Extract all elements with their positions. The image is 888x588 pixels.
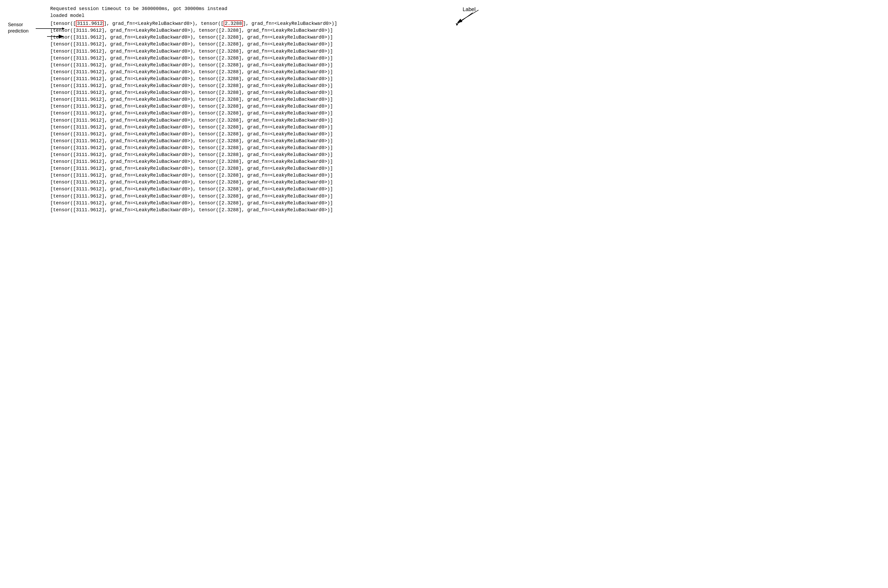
data-row: [tensor([3111.9612], grad_fn=<LeakyReluB… — [50, 55, 880, 62]
data-row: [tensor([3111.9612], grad_fn=<LeakyReluB… — [50, 103, 880, 110]
data-row: [tensor([3111.9612], grad_fn=<LeakyReluB… — [50, 151, 880, 158]
data-row: [tensor([3111.9612], grad_fn=<LeakyReluB… — [50, 89, 880, 96]
data-row: [tensor([3111.9612], grad_fn=<LeakyReluB… — [50, 193, 880, 200]
data-row: [tensor([3111.9612], grad_fn=<LeakyReluB… — [50, 179, 880, 186]
header-section: Requested session timeout to be 3600000m… — [8, 5, 880, 19]
prediction-value-highlight: 3111.9612 — [76, 20, 104, 27]
data-rows-container: [tensor([3111.9612], grad_fn=<LeakyReluB… — [8, 20, 880, 213]
data-row: [tensor([3111.9612], grad_fn=<LeakyReluB… — [50, 48, 880, 55]
main-container: Requested session timeout to be 3600000m… — [8, 5, 880, 213]
content-area: Sensorprediction Label [tensor([3111.961… — [8, 20, 880, 213]
data-row: [tensor([3111.9612], grad_fn=<LeakyReluB… — [50, 172, 880, 179]
data-row: [tensor([3111.9612], grad_fn=<LeakyReluB… — [50, 117, 880, 124]
data-row: [tensor([3111.9612], grad_fn=<LeakyReluB… — [50, 207, 880, 213]
data-row: [tensor([3111.9612], grad_fn=<LeakyReluB… — [50, 165, 880, 172]
data-row: [tensor([3111.9612], grad_fn=<LeakyReluB… — [50, 82, 880, 89]
label-annotation: Label — [463, 6, 476, 12]
data-row-first: [tensor([3111.9612], grad_fn=<LeakyReluB… — [50, 20, 880, 27]
data-row: [tensor([3111.9612], grad_fn=<LeakyReluB… — [50, 27, 880, 34]
data-row: [tensor([3111.9612], grad_fn=<LeakyReluB… — [50, 144, 880, 151]
label-value-highlight: 2.3288 — [224, 20, 243, 27]
data-row: [tensor([3111.9612], grad_fn=<LeakyReluB… — [50, 69, 880, 75]
sensor-prediction-label: Sensorprediction — [8, 22, 28, 34]
data-row: [tensor([3111.9612], grad_fn=<LeakyReluB… — [50, 158, 880, 165]
data-row: [tensor([3111.9612], grad_fn=<LeakyReluB… — [50, 96, 880, 103]
data-row: [tensor([3111.9612], grad_fn=<LeakyReluB… — [50, 41, 880, 48]
data-row: [tensor([3111.9612], grad_fn=<LeakyReluB… — [50, 75, 880, 82]
data-row: [tensor([3111.9612], grad_fn=<LeakyReluB… — [50, 34, 880, 41]
data-row: [tensor([3111.9612], grad_fn=<LeakyReluB… — [50, 200, 880, 207]
data-row: [tensor([3111.9612], grad_fn=<LeakyReluB… — [50, 124, 880, 130]
data-row: [tensor([3111.9612], grad_fn=<LeakyReluB… — [50, 130, 880, 138]
data-row: [tensor([3111.9612], grad_fn=<LeakyReluB… — [50, 110, 880, 117]
data-row: [tensor([3111.9612], grad_fn=<LeakyReluB… — [50, 62, 880, 69]
data-row: [tensor([3111.9612], grad_fn=<LeakyReluB… — [50, 186, 880, 192]
data-row: [tensor([3111.9612], grad_fn=<LeakyReluB… — [50, 138, 880, 144]
